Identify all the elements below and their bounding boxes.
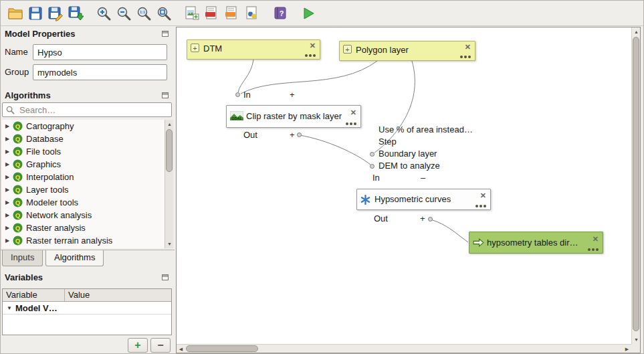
tab-inputs[interactable]: Inputs [2,250,43,266]
model-node-output[interactable]: hypsometry tables dir… ✕ [469,232,603,254]
scroll-down-icon[interactable]: ▼ [165,240,173,248]
expand-node-dots[interactable] [588,248,599,251]
expand-node-dots[interactable] [460,56,471,58]
delete-node-icon[interactable]: ✕ [310,41,316,50]
socket-hypso-boundary[interactable] [370,152,374,157]
delete-node-icon[interactable]: ✕ [465,43,471,52]
qgis-provider-icon: Q [13,134,23,144]
expand-arrow-icon[interactable]: ▶ [5,187,13,193]
tree-item-raster-terrain-analysis[interactable]: ▶ Q Raster terrain analysis [2,234,173,247]
socket-clip-in[interactable] [235,92,240,97]
search-input[interactable] [18,104,171,116]
run-model-button[interactable] [298,3,318,23]
group-label: Group [5,64,29,80]
float-panel-icon[interactable] [162,92,169,98]
scrollbar-corner [631,344,640,353]
model-node-hypsometric-curves[interactable]: Hypsometric curves ✕ [356,189,491,210]
hypso-input-dem[interactable]: DEM to analyze [379,160,440,172]
expand-arrow-icon[interactable]: ▶ [5,136,13,142]
canvas-horizontal-scrollbar[interactable]: ◀ ▶ [177,344,631,353]
hypso-out-expand[interactable]: + [420,213,425,225]
export-as-svg-button[interactable] [222,3,242,23]
name-label: Name [5,44,28,60]
zoom-actual-button[interactable]: 1:1 [134,3,154,23]
scroll-right-icon[interactable]: ▶ [623,345,631,353]
model-node-clip-raster[interactable]: GDAL Clip raster by mask layer ✕ [226,105,361,128]
edit-model-help-button[interactable]: ? [270,3,290,23]
expand-node-dots[interactable] [305,54,316,57]
delete-node-icon[interactable]: ✕ [480,191,486,200]
expand-node-dots[interactable] [475,205,486,207]
svg-text:?: ? [280,9,284,17]
clip-out-expand[interactable]: + [290,129,295,141]
clip-in-expand[interactable]: + [290,89,295,101]
algorithm-search-box [2,102,172,117]
remove-variable-button[interactable]: − [150,338,171,353]
tree-item-file-tools[interactable]: ▶ Q File tools [2,145,173,158]
float-panel-icon[interactable] [162,274,169,280]
export-as-pdf-button[interactable] [202,3,222,23]
tree-item-interpolation[interactable]: ▶ Q Interpolation [2,171,173,183]
tree-item-database[interactable]: ▶ Q Database [2,132,173,145]
group-row-label: Model V… [15,303,58,313]
hypso-in-collapse[interactable]: – [421,172,425,184]
zoom-in-button[interactable] [94,3,114,23]
svg-text:Q: Q [15,186,21,193]
tree-item-network-analysis[interactable]: ▶ Q Network analysis [2,209,173,222]
expand-arrow-icon[interactable]: ▶ [5,238,13,244]
hypso-input-use-area[interactable]: Use % of area instead… [379,124,473,136]
socket-clip-out[interactable] [297,132,302,137]
expand-arrow-icon[interactable]: ▶ [5,212,13,218]
expand-arrow-icon[interactable]: ▶ [5,149,13,155]
tree-item-modeler-tools[interactable]: ▶ Q Modeler tools [2,196,173,209]
delete-node-icon[interactable]: ✕ [593,235,599,244]
scroll-up-icon[interactable]: ▲ [632,27,641,36]
zoom-full-button[interactable] [154,3,174,23]
expand-arrow-icon[interactable]: ▶ [5,225,13,231]
tab-algorithms[interactable]: Algorithms [45,250,104,266]
socket-hypso-dem[interactable] [370,164,374,169]
scrollbar-thumb[interactable] [633,37,639,331]
delete-node-icon[interactable]: ✕ [350,108,356,117]
hypso-input-boundary-layer[interactable]: Boundary layer [379,148,437,160]
column-variable: Variable [3,289,65,301]
tree-item-raster-analysis[interactable]: ▶ Q Raster analysis [2,222,173,234]
save-model-button[interactable] [25,3,45,23]
model-variables-group-row[interactable]: ▼ Model V… [3,302,171,315]
scroll-up-icon[interactable]: ▲ [165,120,173,128]
tree-item-graphics[interactable]: ▶ Q Graphics [2,158,173,171]
plus-icon: + [134,339,140,351]
expand-arrow-icon[interactable]: ▶ [5,161,13,167]
collapse-arrow-icon[interactable]: ▼ [7,305,12,311]
hypso-input-step[interactable]: Step [379,136,397,148]
export-as-python-script-button[interactable] [242,3,262,23]
model-canvas[interactable]: + DTM ✕ + Polygon layer ✕ In + GDAL Clip… [176,27,641,353]
canvas-vertical-scrollbar[interactable]: ▲ ▼ [631,27,640,344]
save-model-as-button[interactable] [45,3,66,23]
model-name-input[interactable] [33,44,167,60]
scroll-down-icon[interactable]: ▼ [632,335,641,344]
socket-hypso-out[interactable] [428,217,433,222]
add-variable-button[interactable]: + [128,338,148,353]
export-as-image-button[interactable] [182,3,202,23]
expand-arrow-icon[interactable]: ▶ [5,123,13,129]
scroll-left-icon[interactable]: ◀ [177,345,185,353]
save-model-in-project-button[interactable] [66,3,86,23]
open-model-button[interactable] [5,3,25,23]
tree-item-cartography[interactable]: ▶ Q Cartography [2,120,173,132]
expand-arrow-icon[interactable]: ▶ [5,199,13,205]
model-node-dtm[interactable]: + DTM ✕ [187,39,320,60]
expand-node-dots[interactable] [346,122,356,125]
scrollbar-thumb[interactable] [166,129,173,172]
column-value: Value [65,289,90,301]
model-group-input[interactable] [33,64,167,80]
tree-scrollbar[interactable]: ▲ ▼ [165,120,173,248]
zoom-out-icon [116,5,132,21]
float-panel-icon[interactable] [162,31,169,37]
expand-arrow-icon[interactable]: ▶ [5,174,13,180]
hypso-out-label: Out [374,213,388,225]
model-node-polygon-layer[interactable]: + Polygon layer ✕ [339,41,475,61]
tree-item-layer-tools[interactable]: ▶ Q Layer tools [2,183,173,196]
scrollbar-thumb[interactable] [186,345,258,352]
zoom-out-button[interactable] [114,3,134,23]
